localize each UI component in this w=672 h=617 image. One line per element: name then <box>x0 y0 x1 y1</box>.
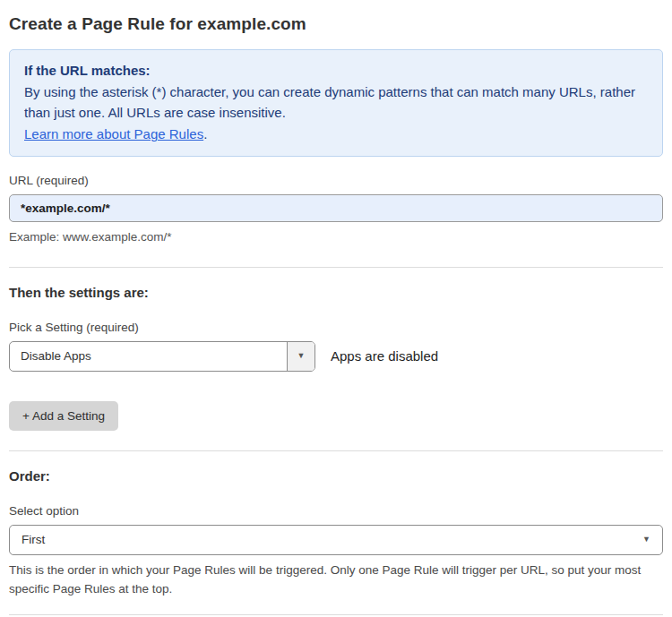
order-section-heading: Order: <box>9 468 663 484</box>
page-title: Create a Page Rule for example.com <box>9 14 663 34</box>
url-field-label: URL (required) <box>9 174 663 187</box>
url-input[interactable] <box>9 194 663 222</box>
section-divider <box>9 267 663 268</box>
setting-row: Disable Apps ▼ Apps are disabled <box>9 341 663 372</box>
setting-status-text: Apps are disabled <box>331 348 438 364</box>
select-option-label: Select option <box>9 504 663 518</box>
order-select-value: First <box>22 533 642 546</box>
chevron-down-icon: ▼ <box>642 536 650 544</box>
chevron-down-icon: ▼ <box>297 352 306 360</box>
order-helper-text: This is the order in which your Page Rul… <box>9 561 654 599</box>
add-setting-button[interactable]: + Add a Setting <box>9 401 118 431</box>
link-suffix: . <box>203 126 207 141</box>
footer-divider <box>9 614 663 615</box>
setting-dropdown-value: Disable Apps <box>10 342 287 371</box>
info-box-link-line: Learn more about Page Rules. <box>24 124 648 145</box>
info-box-body: By using the asterisk (*) character, you… <box>24 81 648 124</box>
setting-dropdown-caret-button[interactable]: ▼ <box>287 342 314 371</box>
info-box-heading: If the URL matches: <box>24 60 648 81</box>
url-match-info-box: If the URL matches: By using the asteris… <box>9 49 663 157</box>
order-select[interactable]: First ▼ <box>9 525 663 555</box>
learn-more-link[interactable]: Learn more about Page Rules <box>24 126 203 141</box>
setting-dropdown[interactable]: Disable Apps ▼ <box>9 341 315 372</box>
settings-section-heading: Then the settings are: <box>9 285 663 300</box>
url-example-helper: Example: www.example.com/* <box>9 228 663 247</box>
pick-setting-label: Pick a Setting (required) <box>9 321 663 334</box>
section-divider <box>9 450 663 451</box>
